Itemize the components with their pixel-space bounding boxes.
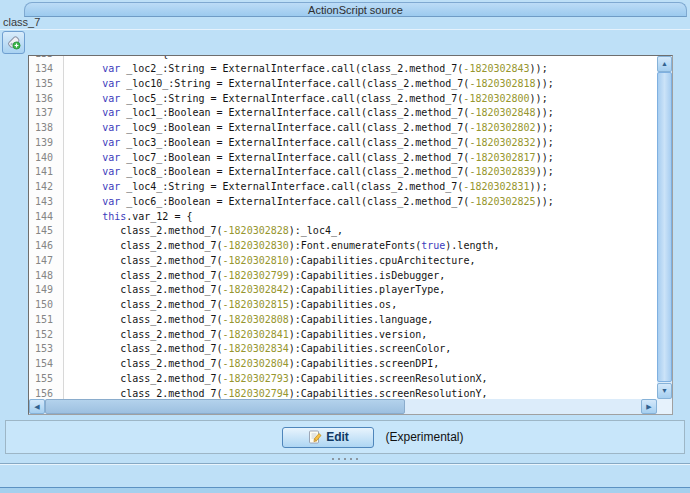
code-text: var _loc3_:Boolean = ExternalInterface.c… (64, 136, 554, 151)
line-number: 135 (29, 77, 64, 92)
scroll-up-button[interactable]: ▲ (657, 56, 672, 72)
code-text: class_2.method_7(-1820302810):Capabiliti… (64, 254, 475, 269)
splitter-dot (356, 458, 358, 460)
line-number: 156 (29, 387, 64, 400)
splitter-dot (332, 458, 334, 460)
code-text: var _loc1_:Boolean = ExternalInterface.c… (64, 106, 554, 121)
horizontal-scroll-thumb[interactable] (45, 399, 405, 414)
code-line: 148 class_2.method_7(-1820302799):Capabi… (29, 269, 657, 284)
edit-button-label: Edit (326, 430, 349, 444)
code-text: var _loc9_:Boolean = ExternalInterface.c… (64, 121, 554, 136)
code-line: 141 var _loc8_:Boolean = ExternalInterfa… (29, 165, 657, 180)
tab-strip: class_7 (0, 16, 690, 30)
panel-title: ActionScript source (24, 2, 687, 17)
code-line: 138 var _loc9_:Boolean = ExternalInterfa… (29, 121, 657, 136)
code-text: class_2.method_7(-1820302815):Capabiliti… (64, 298, 397, 313)
horizontal-divider (0, 463, 690, 465)
vertical-scrollbar[interactable]: ▲ ▼ (657, 56, 672, 399)
code-text: class_2.method_7(-1820302793):Capabiliti… (64, 372, 487, 387)
code-line: 139 var _loc3_:Boolean = ExternalInterfa… (29, 136, 657, 151)
line-number: 136 (29, 92, 64, 107)
splitter-dot (344, 458, 346, 460)
code-viewport[interactable]: 133 {134 var _loc2_:String = ExternalInt… (29, 56, 657, 399)
horizontal-scrollbar[interactable]: ◀ ▶ (29, 399, 657, 414)
code-editor[interactable]: 133 {134 var _loc2_:String = ExternalInt… (28, 55, 673, 415)
down-arrow-icon: ▼ (661, 387, 668, 394)
experimental-label: (Experimental) (385, 430, 463, 444)
scroll-left-button[interactable]: ◀ (29, 399, 45, 414)
code-text: var _loc6_:Boolean = ExternalInterface.c… (64, 195, 554, 210)
code-text: class_2.method_7(-1820302828):_loc4_, (64, 224, 343, 239)
edit-page-pencil-icon (308, 430, 322, 444)
code-text: var _loc2_:String = ExternalInterface.ca… (64, 62, 548, 77)
script-tag-add-button[interactable] (2, 31, 25, 54)
line-number: 146 (29, 239, 64, 254)
code-line: 142 var _loc4_:String = ExternalInterfac… (29, 180, 657, 195)
code-text: var _loc7_:Boolean = ExternalInterface.c… (64, 151, 554, 166)
code-text: var _loc5_:String = ExternalInterface.ca… (64, 92, 548, 107)
code-line: 140 var _loc7_:Boolean = ExternalInterfa… (29, 151, 657, 166)
line-number: 151 (29, 313, 64, 328)
line-number: 149 (29, 283, 64, 298)
line-number: 139 (29, 136, 64, 151)
line-number: 133 (29, 56, 64, 62)
right-arrow-icon: ▶ (646, 403, 651, 410)
code-text: { (64, 56, 168, 62)
line-number: 143 (29, 195, 64, 210)
line-number: 155 (29, 372, 64, 387)
code-line: 144 this.var_12 = { (29, 210, 657, 225)
code-text: var _loc4_:String = ExternalInterface.ca… (64, 180, 548, 195)
code-text: class_2.method_7(-1820302842):Capabiliti… (64, 283, 445, 298)
code-line: 155 class_2.method_7(-1820302793):Capabi… (29, 372, 657, 387)
edit-button[interactable]: Edit (282, 427, 374, 448)
line-number: 154 (29, 357, 64, 372)
splitter-handle[interactable] (0, 455, 690, 463)
line-number: 148 (29, 269, 64, 284)
bottom-bar (0, 487, 690, 493)
code-line: 153 class_2.method_7(-1820302834):Capabi… (29, 342, 657, 357)
code-line: 149 class_2.method_7(-1820302842):Capabi… (29, 283, 657, 298)
edit-panel: Edit (Experimental) (5, 420, 685, 454)
code-line: 152 class_2.method_7(-1820302841):Capabi… (29, 328, 657, 343)
code-text: class_2.method_7(-1820302834):Capabiliti… (64, 342, 451, 357)
line-number: 142 (29, 180, 64, 195)
line-number: 137 (29, 106, 64, 121)
left-arrow-icon: ◀ (34, 403, 39, 410)
code-text: var _loc8_:Boolean = ExternalInterface.c… (64, 165, 554, 180)
code-text: class_2.method_7(-1820302804):Capabiliti… (64, 357, 439, 372)
line-number: 153 (29, 342, 64, 357)
splitter-dot (350, 458, 352, 460)
line-number: 140 (29, 151, 64, 166)
line-number: 144 (29, 210, 64, 225)
line-number: 141 (29, 165, 64, 180)
scroll-right-button[interactable]: ▶ (641, 399, 657, 414)
code-text: class_2.method_7(-1820302799):Capabiliti… (64, 269, 445, 284)
code-line: 137 var _loc1_:Boolean = ExternalInterfa… (29, 106, 657, 121)
line-number: 138 (29, 121, 64, 136)
code-text: class_2.method_7(-1820302830):Font.enume… (64, 239, 500, 254)
line-number: 147 (29, 254, 64, 269)
decompiler-panel: ActionScript source class_7 133 {134 var… (0, 0, 690, 493)
partial-code-line: 133 { (29, 56, 657, 62)
scrollbar-corner (657, 399, 672, 414)
line-number: 134 (29, 62, 64, 77)
code-line: 145 class_2.method_7(-1820302828):_loc4_… (29, 224, 657, 239)
code-line: 154 class_2.method_7(-1820302804):Capabi… (29, 357, 657, 372)
scroll-down-button[interactable]: ▼ (657, 383, 672, 399)
code-text: this.var_12 = { (64, 210, 192, 225)
up-arrow-icon: ▲ (661, 60, 668, 67)
code-line: 156 class_2.method_7(-1820302794):Capabi… (29, 387, 657, 400)
code-line: 136 var _loc5_:String = ExternalInterfac… (29, 92, 657, 107)
tab-class-7[interactable]: class_7 (3, 16, 40, 28)
code-text: class_2.method_7(-1820302808):Capabiliti… (64, 313, 433, 328)
code-text: class_2.method_7(-1820302841):Capabiliti… (64, 328, 427, 343)
script-tag-add-icon (5, 34, 22, 51)
vertical-scroll-thumb[interactable] (657, 72, 672, 382)
code-line: 151 class_2.method_7(-1820302808):Capabi… (29, 313, 657, 328)
code-line: 133 { (29, 56, 657, 62)
code-line: 147 class_2.method_7(-1820302810):Capabi… (29, 254, 657, 269)
code-line: 135 var _loc10_:String = ExternalInterfa… (29, 77, 657, 92)
code-line: 146 class_2.method_7(-1820302830):Font.e… (29, 239, 657, 254)
line-number: 152 (29, 328, 64, 343)
code-line: 150 class_2.method_7(-1820302815):Capabi… (29, 298, 657, 313)
